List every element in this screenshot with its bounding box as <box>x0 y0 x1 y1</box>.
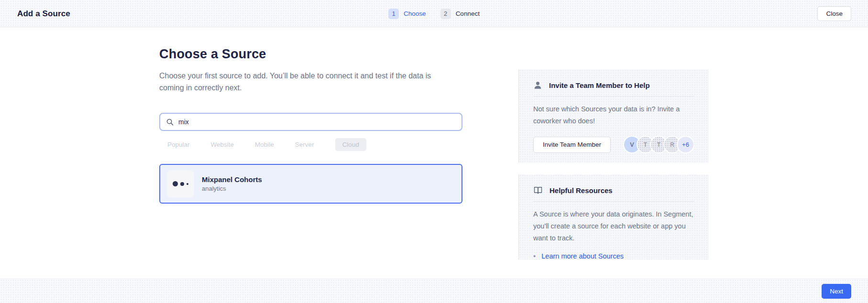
helpful-resources-card: Helpful Resources A Source is where your… <box>518 174 709 260</box>
person-icon <box>533 81 542 90</box>
search-icon <box>166 118 174 126</box>
avatar-overflow-badge: +6 <box>677 136 694 153</box>
page-title: Add a Source <box>17 0 70 27</box>
footer-bar: Next <box>0 279 868 303</box>
result-name: Mixpanel Cohorts <box>202 175 262 184</box>
invite-card-title: Invite a Team Member to Help <box>549 81 650 89</box>
search-input[interactable] <box>178 118 456 126</box>
invite-card-header: Invite a Team Member to Help <box>533 78 694 92</box>
top-bar: Add a Source 1 Choose 2 Connect Close <box>0 0 868 27</box>
main-heading: Choose a Source <box>159 47 266 62</box>
mixpanel-logo-icon <box>167 170 194 197</box>
invite-card-body: Not sure which Sources your data is in? … <box>533 103 694 127</box>
tab-server[interactable]: Server <box>295 141 314 148</box>
resources-list-item: Learn more about Sources <box>533 252 694 260</box>
result-category: analytics <box>202 185 262 192</box>
close-button[interactable]: Close <box>817 6 851 21</box>
resources-card-body: A Source is where your data originates. … <box>533 208 694 244</box>
search-box[interactable] <box>159 113 462 131</box>
next-button[interactable]: Next <box>822 284 851 299</box>
divider <box>533 96 694 97</box>
step-choose-label: Choose <box>404 10 426 17</box>
step-choose-number: 1 <box>388 9 399 19</box>
divider <box>533 201 694 202</box>
resources-link-list: Learn more about Sources <box>533 252 694 260</box>
invite-row: Invite Team Member V T T R +6 <box>533 136 694 153</box>
book-icon <box>533 185 543 195</box>
tab-cloud[interactable]: Cloud <box>335 138 366 151</box>
step-connect-number: 2 <box>440 9 451 19</box>
add-source-modal: Add a Source 1 Choose 2 Connect Close Ch… <box>0 0 868 303</box>
invite-team-member-button[interactable]: Invite Team Member <box>533 137 611 153</box>
result-text: Mixpanel Cohorts analytics <box>202 175 262 192</box>
learn-more-sources-link[interactable]: Learn more about Sources <box>541 252 624 260</box>
avatar-stack: V T T R +6 <box>623 136 694 153</box>
category-tabs: Popular Website Mobile Server Cloud <box>167 138 366 151</box>
step-connect-label: Connect <box>456 10 480 17</box>
tab-popular[interactable]: Popular <box>167 141 190 148</box>
invite-team-card: Invite a Team Member to Help Not sure wh… <box>518 69 709 163</box>
tab-mobile[interactable]: Mobile <box>255 141 274 148</box>
source-result-mixpanel-cohorts[interactable]: Mixpanel Cohorts analytics <box>159 164 462 204</box>
resources-card-header: Helpful Resources <box>533 184 694 197</box>
tab-website[interactable]: Website <box>211 141 234 148</box>
step-choose[interactable]: 1 Choose <box>388 9 426 19</box>
main-description: Choose your first source to add. You’ll … <box>159 70 449 94</box>
step-connect[interactable]: 2 Connect <box>440 9 480 19</box>
stepper: 1 Choose 2 Connect <box>0 0 868 27</box>
resources-card-title: Helpful Resources <box>549 186 613 195</box>
